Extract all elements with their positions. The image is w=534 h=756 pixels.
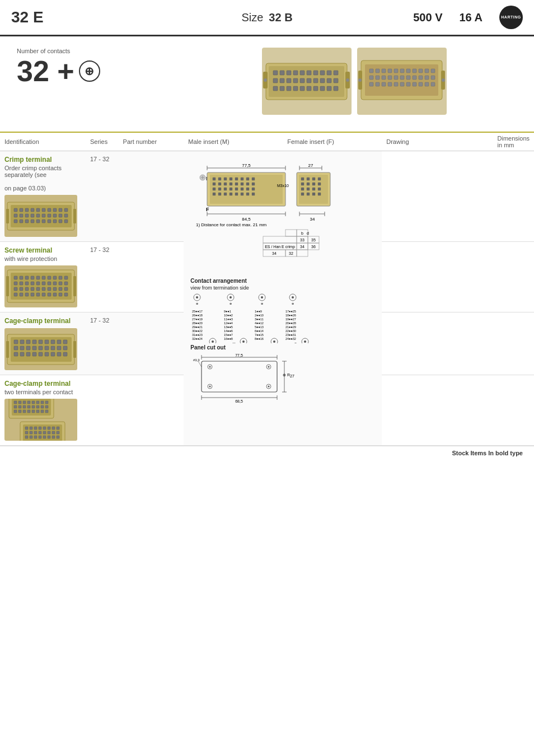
- svg-rect-103: [48, 220, 51, 223]
- svg-rect-331: [32, 340, 36, 344]
- panel-cutout-svg: 77,5 ⊕ R: [190, 353, 347, 403]
- svg-rect-24: [287, 86, 291, 91]
- svg-rect-167: [301, 188, 304, 190]
- svg-rect-125: [241, 178, 243, 180]
- svg-rect-106: [64, 220, 68, 223]
- svg-rect-337: [14, 346, 18, 350]
- svg-rect-308: [36, 287, 40, 291]
- svg-rect-360: [18, 401, 21, 404]
- svg-rect-47: [425, 69, 429, 73]
- svg-rect-174: [318, 193, 321, 195]
- svg-rect-356: [73, 341, 76, 358]
- contact-arrangement: Contact arrangement view from terminatio…: [188, 278, 377, 344]
- svg-rect-338: [20, 346, 24, 350]
- svg-text:77,5: 77,5: [242, 163, 251, 168]
- contact-arrangement-svg: ⊕ 25●●17 26●●18 27●●19 28●●20 29●●21 30●…: [190, 293, 369, 343]
- th-drawing: Drawing: [382, 132, 493, 151]
- svg-rect-188: [263, 236, 297, 243]
- svg-rect-171: [301, 193, 304, 195]
- svg-text:12●●4: 12●●4: [224, 321, 233, 325]
- svg-rect-88: [20, 214, 23, 217]
- svg-rect-385: [25, 427, 28, 430]
- svg-rect-70: [431, 82, 435, 86]
- svg-rect-330: [26, 340, 30, 344]
- svg-rect-393: [25, 431, 28, 434]
- svg-rect-407: [52, 436, 55, 438]
- svg-rect-23: [280, 86, 284, 91]
- svg-rect-64: [394, 82, 398, 86]
- svg-text:77,5: 77,5: [235, 353, 243, 357]
- svg-rect-86: [64, 208, 68, 212]
- svg-text:28●●20: 28●●20: [192, 321, 203, 325]
- svg-rect-26: [300, 86, 305, 91]
- svg-text:F: F: [294, 342, 297, 343]
- svg-rect-336: [63, 340, 67, 344]
- svg-rect-48: [431, 69, 435, 73]
- svg-rect-398: [48, 431, 50, 434]
- svg-rect-123: [229, 178, 232, 180]
- svg-text:⊕: ⊕: [196, 302, 198, 305]
- svg-point-74: [442, 78, 445, 82]
- screw-terminal-title: Screw terminal: [4, 246, 81, 254]
- svg-rect-136: [213, 188, 216, 190]
- svg-text:17●●25: 17●●25: [285, 310, 296, 313]
- svg-text:1) Distance for contact max. 2: 1) Distance for contact max. 21 mm: [196, 222, 267, 227]
- svg-text:29●●21: 29●●21: [192, 325, 203, 329]
- svg-point-266: [268, 366, 270, 368]
- svg-text:36: 36: [311, 245, 316, 249]
- svg-rect-163: [301, 183, 304, 185]
- svg-rect-49: [369, 76, 373, 80]
- svg-rect-142: [246, 188, 249, 190]
- svg-text:F: F: [206, 207, 209, 212]
- svg-rect-44: [406, 69, 410, 73]
- svg-rect-335: [57, 340, 61, 344]
- svg-text:6●●14: 6●●14: [255, 329, 264, 333]
- svg-rect-294: [14, 282, 17, 285]
- svg-rect-368: [18, 405, 21, 408]
- crimp-terminal-series: 17 - 32: [86, 151, 119, 242]
- th-identification: Identification: [0, 132, 86, 151]
- svg-rect-61: [376, 82, 380, 86]
- svg-rect-53: [394, 76, 398, 80]
- svg-rect-381: [41, 410, 44, 413]
- svg-text:35: 35: [311, 238, 316, 242]
- svg-rect-352: [51, 352, 55, 356]
- svg-rect-361: [23, 401, 26, 404]
- svg-text:4●●12: 4●●12: [255, 321, 264, 325]
- svg-text:3●●11: 3●●11: [255, 318, 264, 321]
- svg-rect-65: [400, 82, 404, 86]
- svg-rect-19: [320, 78, 325, 83]
- cage-clamp-2-male: [119, 375, 151, 446]
- svg-rect-394: [30, 431, 32, 434]
- svg-rect-9: [320, 71, 325, 75]
- svg-rect-317: [31, 293, 34, 296]
- svg-rect-348: [26, 352, 30, 356]
- svg-rect-132: [235, 183, 238, 185]
- svg-rect-16: [300, 78, 305, 83]
- th-series: Series: [86, 132, 119, 151]
- svg-rect-376: [18, 410, 21, 413]
- svg-rect-334: [51, 340, 55, 344]
- main-table: Identification Series Part number Male i…: [0, 132, 534, 446]
- svg-rect-55: [406, 76, 410, 80]
- svg-rect-141: [241, 188, 243, 190]
- svg-rect-93: [48, 214, 51, 217]
- th-female-insert: Female insert (F): [283, 132, 382, 151]
- svg-rect-101: [36, 220, 40, 223]
- svg-point-73: [358, 78, 362, 82]
- svg-point-34: [264, 78, 267, 82]
- svg-rect-30: [327, 86, 331, 91]
- svg-rect-295: [20, 282, 23, 285]
- page-header: 32 E Size 32 B 500 V 16 A HARTING: [0, 0, 534, 36]
- svg-rect-28: [313, 86, 318, 91]
- svg-rect-160: [307, 178, 310, 180]
- svg-text:19●●27: 19●●27: [285, 318, 296, 321]
- svg-rect-69: [425, 82, 429, 86]
- svg-point-35: [346, 78, 349, 82]
- svg-line-281: [198, 361, 202, 367]
- svg-point-243: [273, 340, 275, 343]
- svg-text:8●●16: 8●●16: [255, 337, 264, 340]
- size-label: Size: [241, 11, 263, 24]
- svg-rect-369: [23, 405, 26, 408]
- svg-rect-300: [48, 282, 51, 285]
